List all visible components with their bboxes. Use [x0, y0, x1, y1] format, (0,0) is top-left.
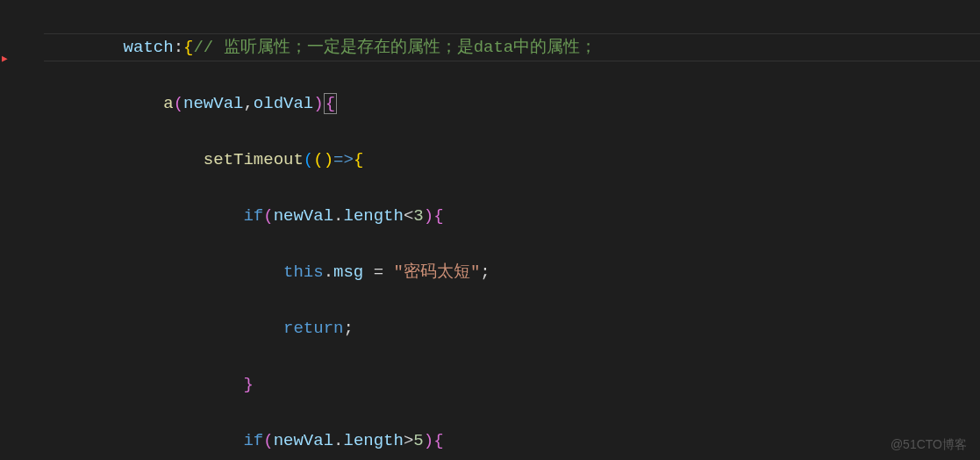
code-line: return; [83, 314, 980, 342]
settimeout-call: setTimeout [204, 150, 304, 169]
watermark-text: @51CTO博客 [891, 437, 967, 453]
code-line: } [83, 370, 980, 399]
current-line-highlight [44, 33, 980, 61]
method-a: a [163, 94, 173, 113]
code-line: a(newVal,oldVal){ [83, 90, 980, 118]
fold-gutter [25, 0, 44, 460]
error-marker-icon: ▶ [2, 53, 9, 60]
code-line: if(newVal.length>5){ [83, 427, 980, 455]
code-line: setTimeout(()=>{ [83, 146, 980, 174]
code-editor[interactable]: watch:{// 监听属性；一定是存在的属性；是data中的属性； a(new… [0, 0, 980, 460]
line-gutter [0, 0, 25, 460]
code-line: this.msg = "密码太短"; [83, 258, 980, 286]
cursor-position: { [324, 93, 337, 114]
code-line: if(newVal.length<3){ [83, 202, 980, 230]
